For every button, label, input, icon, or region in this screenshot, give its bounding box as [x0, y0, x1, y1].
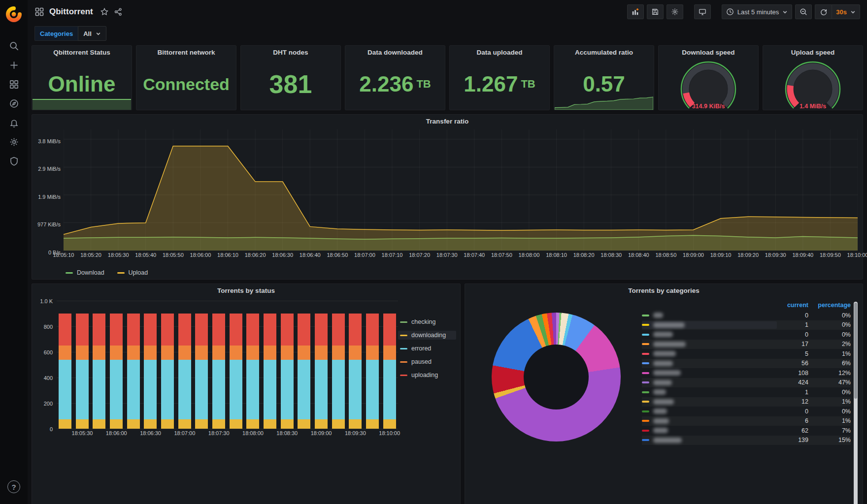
add-panel-button[interactable] — [627, 4, 644, 19]
x-tick-label: 18:09:00 — [683, 252, 704, 258]
category-current-value: 0 — [777, 312, 808, 319]
legend-table-row[interactable]: 10812% — [642, 368, 851, 378]
legend-table-row[interactable]: 121% — [642, 397, 851, 407]
alerting-bell-icon[interactable] — [4, 113, 24, 132]
legend-item-errored[interactable]: errored — [398, 344, 456, 353]
bar-segment-paused — [366, 346, 379, 360]
legend-table-row[interactable]: 10% — [642, 320, 851, 330]
panel-title[interactable]: Data downloaded — [345, 46, 445, 59]
tv-mode-button[interactable] — [694, 4, 711, 19]
category-name-redacted — [653, 361, 673, 366]
panel-torrents-by-categories: Torrents by categories current percentag… — [465, 284, 863, 504]
legend-item-download[interactable]: Download — [64, 268, 106, 277]
legend-table-row[interactable]: 00% — [642, 311, 851, 320]
bar-segment-downloading — [315, 419, 328, 429]
stacked-bar — [298, 314, 310, 429]
legend-item-paused[interactable]: paused — [398, 357, 456, 366]
legend-table-row[interactable]: 00% — [642, 407, 851, 416]
legend-table-row[interactable]: 51% — [642, 349, 851, 359]
bar-segment-paused — [332, 346, 345, 360]
panel-title[interactable]: Data uploaded — [450, 46, 549, 59]
category-percentage-value: 0% — [808, 389, 851, 396]
category-current-value: 62 — [777, 427, 808, 434]
panel-title[interactable]: Upload speed — [763, 46, 863, 59]
sidebar: ? — [0, 0, 28, 504]
panel-title[interactable]: Bittorrent network — [136, 46, 236, 59]
legend-item-uploading[interactable]: uploading — [398, 371, 456, 379]
star-icon[interactable] — [100, 7, 109, 16]
dht-value: 381 — [269, 71, 312, 97]
legend-table-row[interactable]: 42447% — [642, 378, 851, 388]
column-current[interactable]: current — [777, 302, 808, 309]
panel-title[interactable]: DHT nodes — [241, 46, 340, 59]
scrollbar-thumb[interactable] — [854, 303, 857, 399]
x-tick-label: 18:06:40 — [300, 252, 321, 258]
create-plus-icon[interactable] — [4, 56, 24, 75]
legend-color-swatch — [642, 420, 649, 422]
category-name-redacted — [653, 399, 674, 405]
categories-donut-chart — [492, 313, 621, 441]
refresh-interval-picker[interactable]: 30s — [832, 4, 860, 19]
bar-segment-uploading — [264, 314, 276, 346]
legend-table-row[interactable]: 10% — [642, 387, 851, 397]
ratio-value: 0.57 — [583, 73, 625, 95]
legend-table-row[interactable]: 00% — [642, 330, 851, 340]
explore-compass-icon[interactable] — [4, 94, 24, 113]
bar-segment-downloading — [264, 419, 276, 429]
chevron-down-icon — [850, 9, 856, 15]
category-current-value: 139 — [777, 437, 808, 443]
grafana-logo-icon[interactable] — [5, 6, 22, 23]
server-admin-shield-icon[interactable] — [4, 152, 24, 171]
legend-table-row[interactable]: 13915% — [642, 436, 851, 445]
x-tick-label: 18:09:50 — [820, 252, 841, 258]
panel-title[interactable]: Torrents by categories — [465, 284, 863, 297]
legend-item-checking[interactable]: checking — [398, 317, 456, 326]
bar-segment-uploading — [212, 314, 225, 346]
transfer-y-axis: 3.8 MiB/s2.9 MiB/s1.9 MiB/s977 KiB/s0 B/… — [35, 129, 64, 266]
share-icon[interactable] — [114, 7, 123, 16]
table-scrollbar[interactable] — [854, 302, 858, 504]
category-name-cell — [642, 379, 777, 386]
variable-value-dropdown[interactable]: All — [78, 26, 106, 41]
legend-color-swatch — [642, 439, 649, 441]
legend-table-row[interactable]: 172% — [642, 340, 851, 349]
legend-item-downloading[interactable]: downloading — [398, 331, 456, 340]
column-percentage[interactable]: percentage — [808, 302, 851, 309]
search-icon[interactable] — [4, 36, 24, 56]
legend-table-row[interactable]: 566% — [642, 359, 851, 369]
bar-segment-downloading — [178, 419, 191, 429]
x-tick-label: 18:09:20 — [737, 252, 759, 258]
bar-segment-paused — [178, 346, 191, 360]
bar-segment-uploading — [59, 314, 71, 346]
panel-title[interactable]: Torrents by status — [32, 284, 460, 297]
bar-segment-errored — [76, 360, 89, 420]
time-range-picker[interactable]: Last 5 minutes — [722, 4, 793, 19]
dashboards-icon[interactable] — [4, 75, 24, 94]
bar-segment-paused — [76, 346, 89, 360]
variable-label[interactable]: Categories — [34, 26, 78, 41]
category-current-value: 424 — [777, 379, 808, 386]
panel-title[interactable]: Qbittorrent Status — [32, 46, 132, 59]
bar-segment-uploading — [332, 314, 345, 346]
top-navbar: Qbittorrent Last 5 minutes — [28, 0, 867, 24]
legend-table-row[interactable]: 61% — [642, 416, 851, 426]
refresh-button[interactable] — [815, 4, 832, 19]
legend-item-upload[interactable]: Upload — [115, 268, 150, 277]
panel-title[interactable]: Accumulated ratio — [554, 46, 654, 59]
category-name-cell — [642, 331, 777, 338]
bar-segment-errored — [178, 360, 191, 420]
configuration-gear-icon[interactable] — [4, 132, 24, 152]
save-dashboard-button[interactable] — [647, 4, 664, 19]
bars-container — [57, 301, 398, 429]
zoom-out-time-button[interactable] — [795, 4, 812, 19]
dashboard-settings-button[interactable] — [667, 4, 683, 19]
legend-label: checking — [411, 318, 435, 325]
panel-title[interactable]: Transfer ratio — [32, 115, 863, 127]
categories-legend-table: current percentage 00%10%00%172%51%566%1… — [642, 300, 858, 504]
bar-segment-errored — [349, 360, 362, 420]
panel-title[interactable]: Download speed — [659, 46, 758, 59]
x-tick-label: 18:06:30 — [140, 430, 161, 436]
help-icon[interactable]: ? — [7, 480, 20, 493]
y-tick-label: 1.9 MiB/s — [38, 194, 61, 200]
legend-table-row[interactable]: 627% — [642, 426, 851, 436]
